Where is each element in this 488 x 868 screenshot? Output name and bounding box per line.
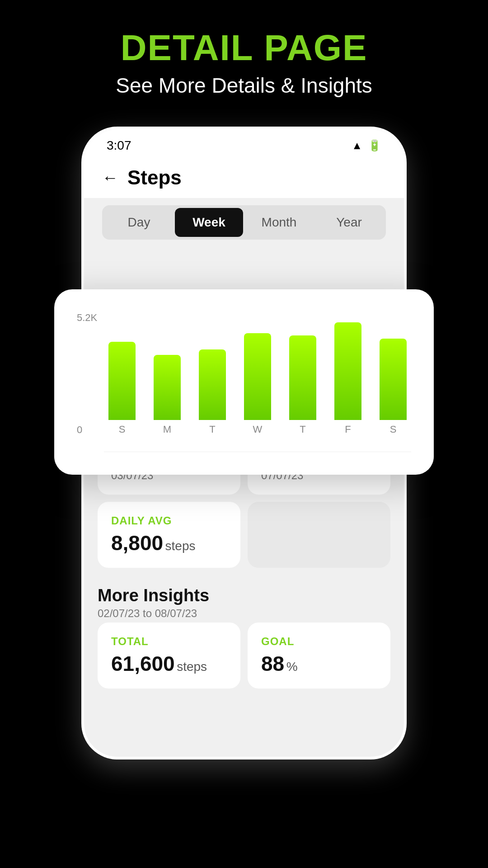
status-icons: ▲ 🔋 [352,139,381,152]
daily-avg-card: DAILY AVG 8,800 steps [98,502,240,568]
battery-icon: 🔋 [368,139,381,152]
daily-avg-value-row: 8,800 steps [111,531,227,555]
bar-day-label: S [390,424,397,435]
chart-card: 5.2K 0 SMTWTFS [54,289,434,475]
total-value: 61,600 [111,652,175,675]
insights-grid: TOTAL 61,600 steps GOAL 88 % [84,623,404,702]
bar-day-label: T [209,424,215,435]
y-label-top: 5.2K [77,312,97,324]
tab-week[interactable]: Week [175,208,243,237]
bar [380,339,407,420]
app-header: ← Steps [84,157,404,198]
tabs-container: Day Week Month Year [84,198,404,247]
goal-label: GOAL [261,635,377,648]
bar [334,322,361,420]
bar-day-label: S [119,424,126,435]
app-title: Steps [127,166,182,189]
bar [154,355,181,420]
status-time: 3:07 [107,138,131,153]
tab-day[interactable]: Day [105,208,173,237]
daily-avg-value: 8,800 [111,531,163,555]
bar [108,342,136,420]
goal-unit: % [286,660,298,674]
bar-group: T [285,335,321,435]
goal-value: 88 [261,652,284,675]
daily-avg-unit: steps [165,539,196,553]
goal-value-row: 88 % [261,651,377,676]
goal-card: GOAL 88 % [248,623,390,689]
total-label: TOTAL [111,635,227,648]
bar-day-label: F [345,424,351,435]
header-subtitle: See More Details & Insights [0,73,488,98]
insights-date: 02/07/23 to 08/07/23 [98,607,390,620]
chart-area: 5.2K 0 SMTWTFS [77,307,411,452]
bar-group: S [104,342,140,435]
tab-year[interactable]: Year [315,208,383,237]
insights-header: More Insights 02/07/23 to 08/07/23 [84,581,404,623]
total-unit: steps [177,660,207,674]
insights-title: More Insights [98,586,390,605]
total-value-row: 61,600 steps [111,651,227,676]
empty-card [248,502,390,568]
tab-group: Day Week Month Year [102,205,386,240]
wifi-icon: ▲ [352,139,362,152]
bar [199,349,226,420]
bar-group: F [330,322,366,435]
bar-group: S [375,339,411,435]
page-header: DETAIL PAGE See More Details & Insights [0,0,488,98]
status-bar: 3:07 ▲ 🔋 [84,129,404,157]
back-button[interactable]: ← [102,168,118,187]
bar-group: W [239,333,276,435]
total-card: TOTAL 61,600 steps [98,623,240,689]
bar-day-label: W [253,424,263,435]
header-title: DETAIL PAGE [0,27,488,69]
bar [289,335,316,420]
daily-avg-label: DAILY AVG [111,514,227,527]
bar-group: T [194,349,230,435]
bar-group: M [149,355,185,435]
bar-day-label: T [300,424,305,435]
bar-day-label: M [163,424,171,435]
bars-container: SMTWTFS [104,307,411,452]
tab-month[interactable]: Month [245,208,313,237]
bar [244,333,271,420]
y-label-bottom: 0 [77,424,82,436]
phone-wrapper: 3:07 ▲ 🔋 ← Steps Day Week Month Year MIN [81,127,407,760]
